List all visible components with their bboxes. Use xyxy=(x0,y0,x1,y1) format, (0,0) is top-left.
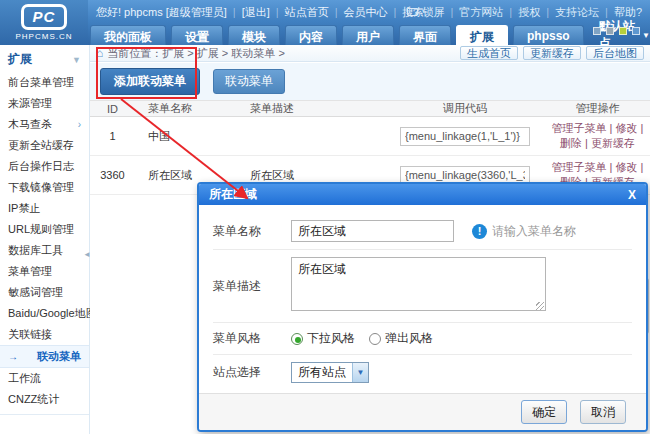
sidebar-item-op-log[interactable]: 后台操作日志 xyxy=(0,156,89,177)
sidebar-item-url-rules[interactable]: URL规则管理 xyxy=(0,219,89,240)
update-cache-button[interactable]: 更新缓存 xyxy=(523,46,581,60)
row-action-links[interactable]: 管理子菜单 | 修改 | 删除 | 更新缓存 xyxy=(552,122,644,149)
generate-home-button[interactable]: 生成首页 xyxy=(460,46,518,60)
logo-text: PHPCMS.CN xyxy=(15,32,72,41)
sidebar-item-cnzz[interactable]: CNZZ统计 xyxy=(0,389,89,410)
edit-linkage-menu-dialog: 所在区域 X 菜单名称 ! 请输入菜单名称 菜单描述 所在区域 菜单风格 下拉风… xyxy=(197,182,648,432)
tab-interface[interactable]: 界面 xyxy=(399,25,451,45)
tab-phpsso[interactable]: phpsso xyxy=(513,25,584,45)
sidebar-item-workflow[interactable]: 工作流 xyxy=(0,368,89,389)
dropdown-style-option[interactable]: 下拉风格 xyxy=(307,330,355,347)
cancel-button[interactable]: 取消 xyxy=(580,400,626,424)
popup-style-radio[interactable] xyxy=(369,333,381,345)
greeting-text: 您好! phpcms [超级管理员] xyxy=(96,5,227,20)
tab-extensions[interactable]: 扩展 xyxy=(456,25,508,45)
tab-modules[interactable]: 模块 xyxy=(228,25,280,45)
linkage-menu-button[interactable]: 联动菜单 xyxy=(213,69,285,94)
table-header-row: ID 菜单名称 菜单描述 调用代码 管理操作 xyxy=(90,101,650,117)
dialog-body: 菜单名称 ! 请输入菜单名称 菜单描述 所在区域 菜单风格 下拉风格 弹出风格 xyxy=(199,205,646,390)
tab-content[interactable]: 内容 xyxy=(285,25,337,45)
menu-name-hint: 请输入菜单名称 xyxy=(492,223,576,240)
col-header-code: 调用代码 xyxy=(385,101,545,117)
popup-style-option[interactable]: 弹出风格 xyxy=(385,330,433,347)
sidebar-item-trojan-scan[interactable]: 木马查杀› xyxy=(0,114,89,135)
add-linkage-menu-button[interactable]: 添加联动菜单 xyxy=(100,68,200,95)
cell-id: 3360 xyxy=(90,156,135,195)
breadcrumb: 当前位置：扩展 > 扩展 > 联动菜单 > xyxy=(107,46,285,61)
menu-desc-label: 菜单描述 xyxy=(213,278,291,295)
sidebar-item-front-menu[interactable]: 前台菜单管理 xyxy=(0,72,89,93)
menu-style-row: 菜单风格 下拉风格 弹出风格 xyxy=(213,323,632,355)
theme-switcher xyxy=(593,27,640,35)
chevron-right-icon: › xyxy=(78,119,81,130)
sidebar-item-db-tools[interactable]: 数据库工具 xyxy=(0,240,89,261)
col-header-desc: 菜单描述 xyxy=(225,101,385,117)
top-header: 您好! phpcms [超级管理员] [退出] 站点首页 会员中心 搜索 锁屏 … xyxy=(0,0,650,45)
cell-id: 1 xyxy=(90,117,135,156)
site-select-label: 站点选择 xyxy=(213,364,291,381)
sidebar-item-maps[interactable]: Baidu/Google地图 xyxy=(0,303,89,324)
breadcrumb-bar: ⌂ 当前位置：扩展 > 扩展 > 联动菜单 > 生成首页 更新缓存 后台地图 xyxy=(90,45,650,62)
logout-link[interactable]: [退出] xyxy=(227,5,270,20)
home-icon: ⌂ xyxy=(96,46,103,60)
col-header-id: ID xyxy=(90,101,135,117)
menu-desc-row: 菜单描述 所在区域 xyxy=(213,250,632,323)
cell-name: 中国 xyxy=(135,117,225,156)
sidebar-item-update-cache[interactable]: 更新全站缓存 xyxy=(0,135,89,156)
quick-buttons: 生成首页 更新缓存 后台地图 xyxy=(460,46,644,60)
sidebar-item-source-manage[interactable]: 来源管理 xyxy=(0,93,89,114)
resize-handle[interactable] xyxy=(536,302,544,310)
close-icon[interactable]: X xyxy=(628,188,636,202)
site-select-value: 所有站点 xyxy=(292,364,352,381)
theme-swatch-3[interactable] xyxy=(619,27,627,35)
menu-style-label: 菜单风格 xyxy=(213,330,291,347)
dialog-title: 所在区域 xyxy=(209,186,257,203)
support-forum-link[interactable]: 支持论坛 xyxy=(540,5,599,20)
site-home-link[interactable]: 站点首页 xyxy=(270,5,329,20)
logo: PC PHPCMS.CN xyxy=(0,0,88,45)
sidebar-item-menu-manage[interactable]: 菜单管理 xyxy=(0,261,89,282)
tab-my-panel[interactable]: 我的面板 xyxy=(90,25,166,45)
official-site-link[interactable]: 官方网站 xyxy=(444,5,503,20)
tab-settings[interactable]: 设置 xyxy=(171,25,223,45)
menu-name-input[interactable] xyxy=(291,220,454,242)
sidebar-title: 扩展▼ xyxy=(0,45,89,72)
sidebar-item-mirror-manage[interactable]: 下载镜像管理 xyxy=(0,177,89,198)
tab-users[interactable]: 用户 xyxy=(342,25,394,45)
lock-screen-link[interactable]: 锁屏 xyxy=(407,5,444,20)
license-link[interactable]: 授权 xyxy=(503,5,540,20)
site-select-row: 站点选择 所有站点 ▼ xyxy=(213,355,632,390)
sidebar-item-related-links[interactable]: 关联链接 xyxy=(0,324,89,345)
call-code-input[interactable] xyxy=(400,127,530,146)
sidebar-item-sensitive-words[interactable]: 敏感词管理 xyxy=(0,282,89,303)
col-header-name: 菜单名称 xyxy=(135,101,225,117)
info-exclamation-icon: ! xyxy=(472,224,487,239)
theme-swatch-4[interactable] xyxy=(632,27,640,35)
sidebar: 扩展▼ 前台菜单管理 来源管理 木马查杀› 更新全站缓存 后台操作日志 下载镜像… xyxy=(0,45,90,434)
collapse-chevron-icon[interactable]: ▼ xyxy=(72,55,81,65)
content-toolbar: 添加联动菜单 联动菜单 xyxy=(90,63,650,100)
theme-swatch-1[interactable] xyxy=(593,27,601,35)
dialog-footer: 确定 取消 xyxy=(199,393,646,430)
cell-desc xyxy=(225,117,385,156)
dialog-titlebar: 所在区域 X xyxy=(199,184,646,205)
admin-map-button[interactable]: 后台地图 xyxy=(586,46,644,60)
menu-name-label: 菜单名称 xyxy=(213,223,291,240)
menu-desc-textarea[interactable]: 所在区域 xyxy=(291,257,546,311)
main-nav-tabs: 我的面板 设置 模块 内容 用户 界面 扩展 phpsso 默认站点▼ xyxy=(90,24,650,45)
linkage-menu-table: ID 菜单名称 菜单描述 调用代码 管理操作 1 中国 管理子菜单 | 修改 |… xyxy=(90,100,650,195)
site-select-dropdown[interactable]: 所有站点 ▼ xyxy=(291,362,369,383)
dropdown-style-radio[interactable] xyxy=(291,333,303,345)
sidebar-item-linkage-menu[interactable]: 联动菜单 xyxy=(0,345,89,368)
phpcms-admin-window: 您好! phpcms [超级管理员] [退出] 站点首页 会员中心 搜索 锁屏 … xyxy=(0,0,650,434)
menu-name-row: 菜单名称 ! 请输入菜单名称 xyxy=(213,213,632,250)
user-links: 您好! phpcms [超级管理员] [退出] 站点首页 会员中心 搜索 xyxy=(96,4,424,20)
chevron-down-icon: ▼ xyxy=(352,363,368,382)
col-header-ops: 管理操作 xyxy=(545,101,650,117)
pc-logo-icon: PC xyxy=(21,4,67,30)
monitor-icon xyxy=(407,8,418,16)
sidebar-item-ip-ban[interactable]: IP禁止 xyxy=(0,198,89,219)
member-center-link[interactable]: 会员中心 xyxy=(329,5,388,20)
ok-button[interactable]: 确定 xyxy=(521,400,567,424)
theme-swatch-2[interactable] xyxy=(606,27,614,35)
